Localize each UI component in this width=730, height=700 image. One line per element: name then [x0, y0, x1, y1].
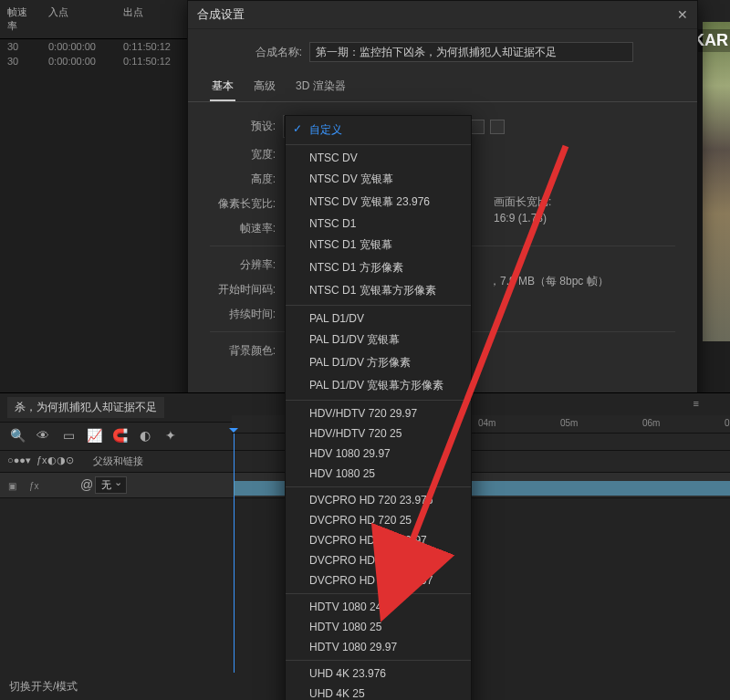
tab-basic[interactable]: 基本	[210, 75, 235, 101]
save-preset-icon[interactable]	[470, 120, 485, 134]
preset-option[interactable]: DVCPRO HD 720 23.976	[286, 490, 471, 510]
preset-option[interactable]: PAL D1/DV 宽银幕	[286, 329, 471, 351]
dialog-tabs: 基本 高级 3D 渲染器	[188, 71, 697, 102]
preset-option[interactable]: NTSC DV 宽银幕	[286, 168, 471, 191]
shy-icon[interactable]: 👁	[35, 428, 51, 444]
col-parent: 父级和链接	[93, 454, 143, 468]
preset-option[interactable]: HDTV 1080 25	[286, 617, 471, 637]
tab-advanced[interactable]: 高级	[252, 75, 277, 101]
preset-option[interactable]: UHD 4K 25	[286, 684, 471, 700]
preview-area	[703, 22, 730, 341]
motion-blur-icon[interactable]: ◐	[137, 428, 153, 444]
preset-option[interactable]: PAL D1/DV 宽银幕方形像素	[286, 374, 471, 397]
box-icon[interactable]: ▭	[60, 428, 77, 444]
preset-option[interactable]: PAL D1/DV 方形像素	[286, 351, 471, 374]
tick-07: 07m	[725, 418, 730, 428]
dialog-title-bar[interactable]: 合成设置 ✕	[188, 1, 697, 29]
preset-option[interactable]: DVCPRO HD 720 29.97	[286, 530, 471, 550]
label-start-tc: 开始时间码:	[210, 282, 276, 298]
tick-05: 05m	[560, 418, 578, 428]
preset-option[interactable]: HDV 1080 29.97	[286, 444, 471, 464]
cell-in: 0:00:00:00	[41, 39, 116, 54]
preset-option[interactable]: NTSC DV	[286, 148, 471, 168]
delete-preset-icon[interactable]	[490, 120, 505, 134]
brain-icon[interactable]: ✦	[162, 428, 179, 444]
label-bg-color: 背景颜色:	[210, 343, 276, 359]
preset-option[interactable]: NTSC D1 宽银幕	[286, 234, 471, 256]
cell-fr: 30	[0, 54, 41, 68]
comp-name-field[interactable]	[309, 42, 633, 62]
preset-option[interactable]: NTSC D1	[286, 214, 471, 234]
preset-option[interactable]: HDTV 1080 24	[286, 597, 471, 617]
parent-select[interactable]: 无	[95, 476, 127, 494]
preset-option[interactable]: HDTV 1080 29.97	[286, 637, 471, 657]
label-resolution: 分辨率:	[210, 257, 276, 273]
tab-renderer[interactable]: 3D 渲染器	[294, 75, 348, 101]
snap-icon[interactable]: 🧲	[111, 428, 128, 444]
cell-in: 0:00:00:00	[41, 54, 116, 68]
preset-option[interactable]: DVCPRO HD 1080 29.97	[286, 570, 471, 590]
cell-out: 0:11:50:12	[116, 39, 187, 54]
preset-option[interactable]: NTSC DV 宽银幕 23.976	[286, 191, 471, 214]
col-framerate: 帧速率	[0, 4, 41, 35]
preset-option[interactable]: NTSC D1 宽银幕方形像素	[286, 279, 471, 302]
label-framerate: 帧速率:	[210, 221, 276, 236]
preset-option[interactable]: HDV/HDTV 720 25	[286, 423, 471, 444]
col-out: 出点	[116, 4, 180, 35]
search-icon[interactable]: 🔍	[9, 428, 26, 444]
label-preset: 预设:	[210, 119, 276, 134]
label-width: 宽度:	[210, 147, 276, 162]
preset-option[interactable]: PAL D1/DV	[286, 308, 471, 329]
col-in: 入点	[41, 4, 116, 35]
playhead[interactable]	[234, 434, 235, 673]
cell-fr: 30	[0, 39, 41, 54]
resolution-size-info: ，7.9 MB（每 8bpc 帧）	[489, 274, 609, 289]
label-height: 高度:	[210, 172, 276, 187]
preset-option[interactable]: HDV/HDTV 720 29.97	[286, 403, 471, 423]
tick-06: 06m	[642, 418, 660, 428]
preset-dropdown[interactable]: 自定义NTSC DVNTSC DV 宽银幕NTSC DV 宽银幕 23.976N…	[285, 115, 472, 700]
preset-option[interactable]: HDV 1080 25	[286, 464, 471, 484]
cell-dur: 0:11:50:12	[116, 54, 187, 68]
timeline-comp-tab[interactable]: 杀，为何抓捕犯人却证据不足	[7, 397, 164, 418]
label-duration: 持续时间:	[210, 307, 276, 322]
comp-name-label: 合成名称:	[206, 45, 302, 60]
preset-option[interactable]: DVCPRO HD 720 25	[286, 510, 471, 530]
preset-option[interactable]: UHD 4K 23.976	[286, 663, 471, 684]
close-icon[interactable]: ✕	[677, 7, 688, 22]
label-pixel-aspect: 像素长宽比:	[210, 196, 276, 212]
tick-04: 04m	[478, 418, 495, 428]
dialog-title: 合成设置	[197, 6, 245, 23]
col-flags: ○●●▾ƒx◐◑⊙	[7, 454, 78, 468]
graph-icon[interactable]: 📈	[86, 428, 102, 444]
panel-menu-icon[interactable]: ≡	[690, 397, 703, 410]
aspect-info: 画面长宽比: 16:9 (1.78)	[494, 193, 551, 226]
timeline-footer-label[interactable]: 切换开关/模式	[0, 674, 87, 700]
preset-option[interactable]: DVCPRO HD 1080 25	[286, 550, 471, 570]
layer-flags[interactable]: ▣ ƒx	[7, 481, 78, 490]
preset-option[interactable]: 自定义	[286, 119, 471, 141]
preset-option[interactable]: NTSC D1 方形像素	[286, 256, 471, 279]
parent-link-icon[interactable]: @	[78, 477, 95, 494]
